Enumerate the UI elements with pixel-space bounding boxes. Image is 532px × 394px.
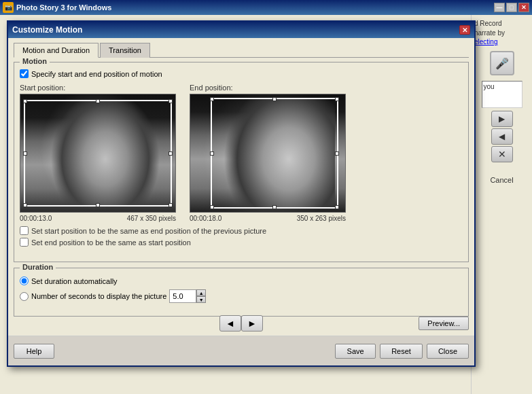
tab-motion-duration[interactable]: Motion and Duration [14,43,99,58]
seconds-spinner-group: 5.0 ▲ ▼ [169,289,206,303]
tab-transition[interactable]: Transition [100,43,150,58]
start-dimensions: 467 x 350 pixels [127,215,176,222]
specify-label: Specify start and end position of motion [31,70,162,78]
motion-group-label: Motion [20,57,50,65]
arrow-right-btn[interactable]: ▶ [491,111,513,127]
start-position-col: Start position: [20,84,176,222]
same-as-start-checkbox[interactable] [20,238,29,247]
option-checkboxes: Set start position to be the same as end… [20,226,463,247]
start-portrait [20,94,175,212]
seconds-input[interactable]: 5.0 [169,289,196,303]
same-as-start-label: Set end position to be the same as start… [31,238,191,247]
end-dimensions: 350 x 263 pixels [297,215,346,222]
end-meta: 00:00:18.0 350 x 263 pixels [190,215,346,222]
start-timestamp: 00:00:13.0 [20,215,52,222]
microphone-btn[interactable]: 🎤 [490,51,514,75]
right-panel-text2: narrate by [474,29,529,38]
right-panel-text1: d Record [474,19,529,29]
auto-radio-label: Set duration automatically [31,277,118,285]
ps-window: 📷 Photo Story 3 for Windows — □ ✕ d Reco… [0,0,532,394]
minimize-btn[interactable]: — [494,3,505,12]
you-text: you [482,82,522,92]
auto-radio[interactable] [20,276,29,285]
dialog-close-btn[interactable]: ✕ [459,25,470,35]
end-position-col: End position: [190,84,346,222]
help-btn[interactable]: Help [14,344,54,359]
specify-checkbox-row: Specify start and end position of motion [20,69,463,78]
seconds-radio[interactable] [20,292,29,301]
end-image[interactable] [190,94,346,213]
same-as-prev-row: Set start position to be the same as end… [20,226,463,235]
end-timestamp: 00:00:18.0 [190,215,221,222]
maximize-btn[interactable]: □ [506,3,517,12]
spinner-container: ▲ ▼ [196,289,206,303]
ps-window-buttons: — □ ✕ [494,3,529,12]
arrow-x-btn[interactable]: ✕ [491,146,513,162]
seconds-radio-label: Number of seconds to display the picture [31,292,166,300]
same-as-start-row: Set end position to be the same as start… [20,238,463,247]
spinner-down[interactable]: ▼ [196,296,206,303]
ps-titlebar: 📷 Photo Story 3 for Windows — □ ✕ [0,0,532,15]
motion-group: Motion Specify start and end position of… [14,62,469,262]
dialog-body: Motion and Duration Transition Motion Sp… [8,38,474,326]
same-as-prev-label: Set start position to be the same as end… [31,227,266,235]
start-label: Start position: [20,84,176,92]
duration-group: Duration Set duration automatically Numb… [14,268,469,317]
same-as-prev-checkbox[interactable] [20,226,29,235]
spinner-up[interactable]: ▲ [196,289,206,296]
narration-text-area: you [482,81,522,108]
cancel-label[interactable]: Cancel [474,176,529,184]
right-panel: d Record narrate by electing 🎤 you ▶ ◀ ✕… [471,15,532,394]
save-btn[interactable]: Save [335,344,376,359]
images-row: Start position: [20,84,463,222]
dialog-actions: Help Save Reset Close [8,336,474,365]
right-panel-link[interactable]: electing [474,38,529,46]
customize-motion-dialog: Customize Motion ✕ Motion and Duration T… [7,20,476,367]
start-image[interactable] [20,94,176,213]
dialog-titlebar: Customize Motion ✕ [8,22,474,38]
bottom-nav-row: ◄ ► Preview... [8,312,474,334]
next-nav-btn[interactable]: ► [241,315,263,332]
duration-content: Set duration automatically Number of sec… [20,271,463,303]
ps-title: Photo Story 3 for Windows [16,3,494,12]
preview-btn[interactable]: Preview... [419,317,469,330]
close-btn[interactable]: Close [427,344,469,359]
dialog-title: Customize Motion [12,25,459,35]
arrow-left-btn[interactable]: ◀ [491,128,513,145]
specify-checkbox[interactable] [20,69,29,78]
motion-content: Specify start and end position of motion… [20,65,463,247]
reset-btn[interactable]: Reset [380,344,423,359]
tabs-bar: Motion and Duration Transition [14,42,469,58]
ps-icon: 📷 [3,2,14,13]
end-label: End position: [190,84,346,92]
duration-group-label: Duration [20,263,56,271]
auto-radio-row: Set duration automatically [20,276,463,285]
seconds-radio-row: Number of seconds to display the picture… [20,289,463,303]
start-meta: 00:00:13.0 467 x 350 pixels [20,215,176,222]
ps-close-btn[interactable]: ✕ [518,3,529,12]
end-portrait [190,94,345,212]
prev-nav-btn[interactable]: ◄ [219,315,241,332]
right-action-btns: Save Reset Close [335,344,469,359]
